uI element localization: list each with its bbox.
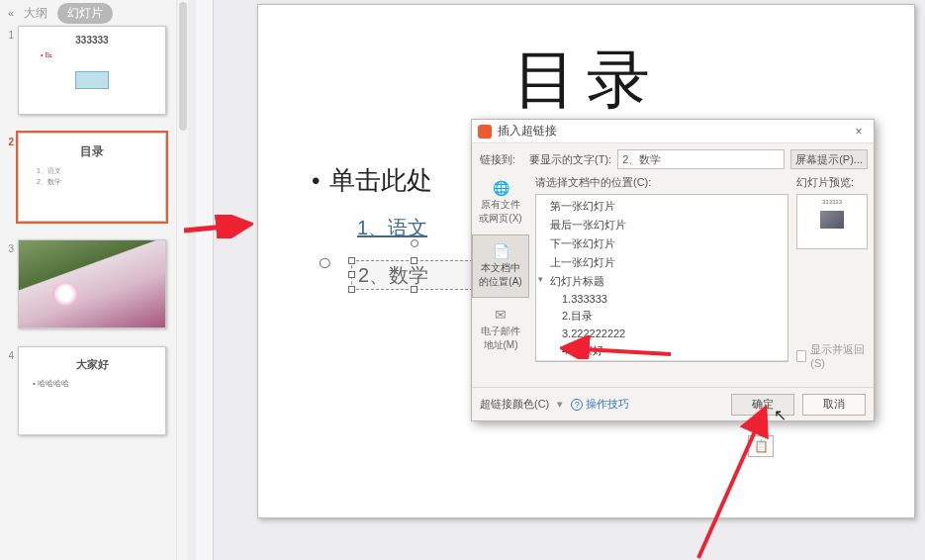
thumb-lines: 1、语文 2、数学 <box>37 166 61 187</box>
thumb-line: • 哈哈哈哈 <box>33 378 69 389</box>
slide-location-tree[interactable]: 第一张幻灯片 最后一张幻灯片 下一张幻灯片 上一张幻灯片 幻灯片标题 1.333… <box>535 194 788 362</box>
thumb-title: 目录 <box>80 143 104 160</box>
rotate-handle[interactable] <box>411 239 418 247</box>
resize-handle[interactable] <box>411 286 417 293</box>
dialog-title: 插入超链接 <box>498 123 557 140</box>
left-panel: « 大纲 幻灯片 1 333333 • B₂ 2 目录 1、语文 2、数学 3 <box>0 0 188 560</box>
thumbnail-row[interactable]: 1 333333 • B₂ <box>0 26 167 115</box>
help-icon: ? <box>571 399 583 411</box>
tree-slide-3[interactable]: 3.222222222 <box>536 326 787 341</box>
bullet-item-2-text[interactable]: 2、数学 <box>358 262 428 289</box>
slide-thumbnail-3[interactable] <box>18 239 166 328</box>
annotation-arrow-1 <box>182 215 253 238</box>
tab-email[interactable]: ✉ 电子邮件 地址(M) <box>472 298 529 361</box>
scrollbar-thumb[interactable] <box>179 2 187 131</box>
tab-this-document[interactable]: 📄 本文档中 的位置(A) <box>472 234 529 298</box>
tree-next-slide[interactable]: 下一张幻灯片 <box>536 234 787 253</box>
slide-thumbnail-2[interactable]: 目录 1、语文 2、数学 <box>18 133 166 222</box>
display-text-label: 要显示的文字(T): <box>529 152 611 167</box>
bullet-item-1[interactable]: 1、语文 <box>312 215 427 241</box>
paste-options-button[interactable]: 📋 <box>748 435 774 457</box>
close-button[interactable]: × <box>848 125 870 139</box>
cancel-button[interactable]: 取消 <box>802 394 866 416</box>
resize-handle[interactable] <box>411 257 417 264</box>
slide-preview: 333333 <box>796 194 868 249</box>
dialog-titlebar[interactable]: 插入超链接 × <box>472 120 874 143</box>
preview-column: 幻灯片预览: 333333 显示并返回(S) <box>794 171 874 387</box>
svg-line-0 <box>184 225 245 231</box>
tree-slide-5[interactable]: 5.333333 <box>536 360 787 362</box>
tree-slide-4[interactable]: 4.大家好 <box>536 341 787 360</box>
resize-handle[interactable] <box>348 286 355 293</box>
tab-existing-file[interactable]: 🌐 原有文件 或网页(X) <box>472 171 529 234</box>
preview-image-icon <box>820 211 844 229</box>
slide-thumbnail-1[interactable]: 333333 • B₂ <box>18 26 166 115</box>
thumbnail-row[interactable]: 4 大家好 • 哈哈哈哈 <box>0 346 167 435</box>
thumb-shape <box>75 71 109 89</box>
thumb-mark: • B₂ <box>41 51 52 59</box>
pick-location-label: 请选择文档中的位置(C): <box>535 175 788 190</box>
resize-handle[interactable] <box>348 271 355 278</box>
thumbnail-row[interactable]: 2 目录 1、语文 2、数学 <box>0 133 167 222</box>
help-link[interactable]: ? 操作技巧 <box>571 397 629 412</box>
hyperlink-color-button[interactable]: 超链接颜色(C) <box>480 397 549 412</box>
dialog-main: 请选择文档中的位置(C): 第一张幻灯片 最后一张幻灯片 下一张幻灯片 上一张幻… <box>529 171 794 387</box>
dialog-body: 🌐 原有文件 或网页(X) 📄 本文档中 的位置(A) ✉ 电子邮件 地址(M)… <box>472 171 874 387</box>
placeholder-text: 单击此处 <box>329 163 432 198</box>
thumb-number: 2 <box>0 133 14 222</box>
tree-first-slide[interactable]: 第一张幻灯片 <box>536 197 787 216</box>
thumb-number: 1 <box>0 26 14 115</box>
tree-slide-2[interactable]: 2.目录 <box>536 307 787 326</box>
checkbox[interactable] <box>796 350 806 362</box>
screen-tip-button[interactable]: 屏幕提示(P)... <box>790 149 868 169</box>
collapse-icon[interactable]: « <box>8 7 14 19</box>
bullet-placeholder[interactable]: • 单击此处 <box>312 163 432 198</box>
document-icon: 📄 <box>475 243 526 259</box>
left-scrollbar[interactable] <box>176 0 188 560</box>
tab-outline[interactable]: 大纲 <box>24 5 47 22</box>
thumb-number: 3 <box>0 239 14 328</box>
dropdown-icon[interactable]: ▾ <box>557 398 563 411</box>
show-return-label: 显示并返回(S) <box>810 342 868 369</box>
tree-slide-1[interactable]: 1.333333 <box>536 291 787 307</box>
slide-title[interactable]: 目录 <box>258 37 914 123</box>
preview-slide-title: 333333 <box>801 199 863 205</box>
thumbnail-row[interactable]: 3 <box>0 239 167 328</box>
tree-slide-titles[interactable]: 幻灯片标题 <box>536 272 787 291</box>
show-return-row[interactable]: 显示并返回(S) <box>796 342 868 369</box>
left-panel-header: « 大纲 幻灯片 <box>0 0 188 26</box>
link-to-label: 链接到: <box>480 152 515 167</box>
selected-text-box[interactable]: 2、数学 <box>351 260 478 290</box>
tree-last-slide[interactable]: 最后一张幻灯片 <box>536 216 787 234</box>
tree-prev-slide[interactable]: 上一张幻灯片 <box>536 253 787 272</box>
ok-button[interactable]: 确定 <box>731 394 794 416</box>
dialog-footer: 超链接颜色(C) ▾ ? 操作技巧 确定 取消 <box>472 387 874 420</box>
preview-label: 幻灯片预览: <box>796 175 868 190</box>
tab-slides[interactable]: 幻灯片 <box>57 3 113 24</box>
globe-icon: 🌐 <box>475 180 526 196</box>
hyperlink-text[interactable]: 1、语文 <box>357 215 427 241</box>
slide-thumbnail-4[interactable]: 大家好 • 哈哈哈哈 <box>18 346 166 435</box>
mail-icon: ✉ <box>475 307 526 323</box>
thumb-image <box>19 240 165 327</box>
link-type-tabs: 🌐 原有文件 或网页(X) 📄 本文档中 的位置(A) ✉ 电子邮件 地址(M) <box>472 171 529 387</box>
thumb-number: 4 <box>0 346 14 435</box>
thumb-title: 333333 <box>75 35 108 46</box>
vertical-ruler <box>196 0 214 560</box>
display-text-input[interactable]: 2、数学 <box>617 149 785 169</box>
app-logo-icon <box>478 125 492 139</box>
thumbnail-list: 1 333333 • B₂ 2 目录 1、语文 2、数学 3 <box>0 26 173 453</box>
resize-handle[interactable] <box>348 257 355 264</box>
insert-hyperlink-dialog: 插入超链接 × 链接到: 要显示的文字(T): 2、数学 屏幕提示(P)... … <box>471 119 875 421</box>
thumb-title: 大家好 <box>76 357 109 372</box>
dialog-top-row: 链接到: 要显示的文字(T): 2、数学 屏幕提示(P)... <box>472 143 874 173</box>
